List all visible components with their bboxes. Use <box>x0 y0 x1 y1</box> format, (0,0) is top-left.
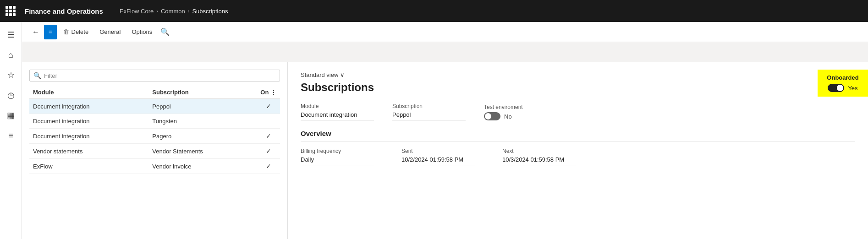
onboarded-label: Onboarded <box>827 74 858 81</box>
checkmark-icon: ✓ <box>266 147 271 155</box>
checkmark-icon: ✓ <box>266 103 271 110</box>
sidebar-icon-menu[interactable]: ☰ <box>2 26 20 44</box>
row-checked: ✓ <box>257 99 280 114</box>
sent-value: 10/2/2024 01:59:58 PM <box>401 156 475 165</box>
onboarded-badge: Onboarded Yes <box>818 70 868 97</box>
list-panel: 🔍 Module Subscription On ⋮ Document inte… <box>22 62 288 239</box>
table-row[interactable]: Document integrationPeppol✓ <box>29 99 280 114</box>
subscription-label: Subscription <box>392 103 466 109</box>
chevron-down-icon: ∨ <box>340 71 345 78</box>
overview-fields-row: Billing frequency Daily Sent 10/2/2024 0… <box>301 148 855 165</box>
subscriptions-table: Module Subscription On ⋮ Document integr… <box>29 86 280 174</box>
row-subscription: Peppol <box>148 99 257 114</box>
sent-field: Sent 10/2/2024 01:59:58 PM <box>401 148 475 165</box>
col-options: On ⋮ <box>257 86 280 99</box>
row-checked: ✓ <box>257 144 280 159</box>
sidebar: ☰ ⌂ ☆ ◷ ▦ ≡ <box>0 22 22 239</box>
filter-search-icon: 🔍 <box>33 72 41 79</box>
next-value: 10/3/2024 01:59:58 PM <box>502 156 576 165</box>
breadcrumb: ExFlow Core › Common › Subscriptions <box>120 8 228 15</box>
row-subscription: Tungsten <box>148 114 257 129</box>
breadcrumb-common[interactable]: Common <box>161 8 185 15</box>
row-module: Document integration <box>29 129 148 144</box>
app-grid-icon[interactable] <box>5 6 16 16</box>
sidebar-icon-modules[interactable]: ≡ <box>2 126 20 145</box>
row-module: Document integration <box>29 114 148 129</box>
row-subscription: Pagero <box>148 129 257 144</box>
filter-box[interactable]: 🔍 <box>29 70 280 81</box>
overview-section: Overview Billing frequency Daily Sent 10… <box>301 130 855 165</box>
breadcrumb-exflow[interactable]: ExFlow Core <box>120 8 154 15</box>
row-checked: ✓ <box>257 129 280 144</box>
view-label: Standard view <box>301 71 338 78</box>
onboarded-toggle-row: Yes <box>828 84 857 92</box>
list-view-button[interactable]: ≡ <box>44 25 57 39</box>
test-env-field: Test enviroment No <box>484 104 523 120</box>
table-row[interactable]: Vendor statementsVendor Statements✓ <box>29 144 280 159</box>
breadcrumb-current: Subscriptions <box>192 8 228 15</box>
module-value: Document integration <box>301 111 374 120</box>
toolbar: ← ≡ 🗑 Delete General Options 🔍 <box>22 22 868 42</box>
subscription-value: Peppol <box>392 111 466 120</box>
options-button[interactable]: Options <box>127 25 157 39</box>
next-label: Next <box>502 148 576 154</box>
onboarded-toggle-knob <box>837 85 843 91</box>
sidebar-icon-recent[interactable]: ◷ <box>2 86 20 104</box>
onboarded-value: Yes <box>848 85 857 92</box>
back-button[interactable]: ← <box>29 26 42 38</box>
table-row[interactable]: Document integrationPagero✓ <box>29 129 280 144</box>
row-checked: ✓ <box>257 159 280 174</box>
top-nav-bar: Finance and Operations ExFlow Core › Com… <box>0 0 868 22</box>
view-selector[interactable]: Standard view ∨ <box>301 71 855 78</box>
delete-icon: 🗑 <box>63 28 69 35</box>
main-fields-row: Module Document integration Subscription… <box>301 103 855 120</box>
app-title: Finance and Operations <box>25 7 103 15</box>
test-env-toggle-row: No <box>484 112 512 120</box>
checkmark-icon: ✓ <box>266 132 271 140</box>
overview-title: Overview <box>301 130 855 141</box>
checkmark-icon: ✓ <box>266 163 271 170</box>
row-subscription: Vendor invoice <box>148 159 257 174</box>
onboarded-toggle[interactable] <box>828 84 844 92</box>
table-header-row: Module Subscription On ⋮ <box>29 86 280 99</box>
test-env-toggle[interactable] <box>484 112 500 120</box>
billing-freq-field: Billing frequency Daily <box>301 148 374 165</box>
breadcrumb-sep-2: › <box>188 8 190 14</box>
filter-input[interactable] <box>44 72 276 79</box>
next-field: Next 10/3/2024 01:59:58 PM <box>502 148 576 165</box>
page-content: 🔍 Module Subscription On ⋮ Document inte… <box>22 62 868 239</box>
search-button[interactable]: 🔍 <box>159 26 171 38</box>
test-env-label: Test enviroment <box>484 104 523 110</box>
billing-freq-label: Billing frequency <box>301 148 374 154</box>
module-field: Module Document integration <box>301 103 374 120</box>
page-title: Subscriptions <box>301 81 855 94</box>
breadcrumb-sep-1: › <box>156 8 158 14</box>
delete-button[interactable]: 🗑 Delete <box>59 25 93 39</box>
sidebar-icon-workspaces[interactable]: ▦ <box>2 106 20 125</box>
test-env-value: No <box>504 113 512 120</box>
row-module: ExFlow <box>29 159 148 174</box>
detail-panel: Onboarded Yes Standard view ∨ Subscripti… <box>288 62 868 239</box>
test-env-knob <box>485 113 491 120</box>
table-row[interactable]: Document integrationTungsten <box>29 114 280 129</box>
subscription-field: Subscription Peppol <box>392 103 466 120</box>
delete-label: Delete <box>71 28 89 35</box>
row-checked <box>257 114 280 129</box>
billing-freq-value: Daily <box>301 156 374 165</box>
table-row[interactable]: ExFlowVendor invoice✓ <box>29 159 280 174</box>
col-subscription: Subscription <box>148 86 257 99</box>
row-module: Vendor statements <box>29 144 148 159</box>
general-button[interactable]: General <box>95 25 125 39</box>
col-module: Module <box>29 86 148 99</box>
module-label: Module <box>301 103 374 109</box>
row-subscription: Vendor Statements <box>148 144 257 159</box>
sent-label: Sent <box>401 148 475 154</box>
sidebar-icon-home[interactable]: ⌂ <box>2 46 20 64</box>
sidebar-icon-favorites[interactable]: ☆ <box>2 66 20 84</box>
row-module: Document integration <box>29 99 148 114</box>
